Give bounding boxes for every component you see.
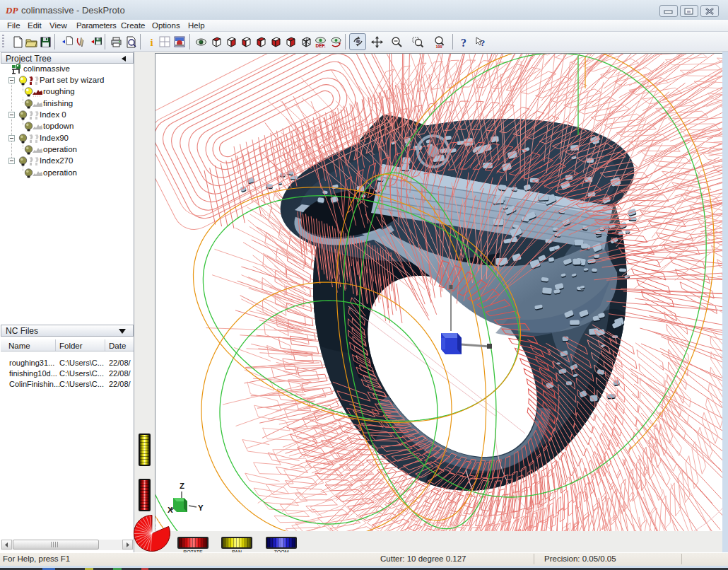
svg-text:X: X — [168, 506, 173, 514]
svg-text:Y: Y — [198, 504, 204, 512]
svg-text:i: i — [150, 37, 153, 48]
svg-text:Z: Z — [180, 482, 184, 490]
svg-text:100: 100 — [435, 45, 442, 49]
svg-text:DEF.: DEF. — [315, 43, 325, 48]
svg-text:?: ? — [461, 37, 466, 48]
svg-text:?: ? — [481, 37, 486, 48]
